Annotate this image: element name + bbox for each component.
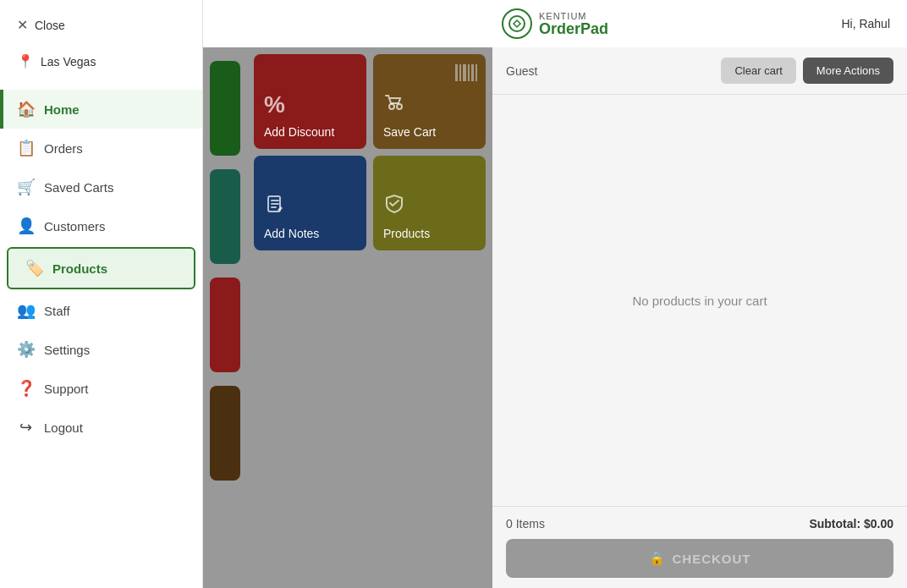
sidebar-item-home-label: Home [44, 102, 80, 117]
action-panel: % Add Discount Save Cart [247, 47, 492, 588]
location-display: 📍 Las Vegas [0, 47, 202, 83]
add-discount-label: Add Discount [264, 125, 356, 139]
sidebar-item-logout-label: Logout [44, 420, 83, 435]
customers-icon: 👤 [17, 217, 34, 235]
svg-rect-1 [455, 64, 458, 81]
logout-icon: ↪ [17, 418, 34, 437]
cart-summary: 0 Items Subtotal: $0.00 [506, 517, 893, 530]
svg-rect-4 [468, 64, 470, 81]
barcode-area [452, 58, 482, 91]
checkout-label: CHECKOUT [673, 552, 751, 566]
svg-rect-2 [459, 64, 461, 81]
add-notes-button[interactable]: Add Notes [254, 156, 366, 250]
sidebar-item-products[interactable]: 🏷️ Products [7, 247, 195, 289]
sidebar-item-support[interactable]: ❓ Support [0, 369, 202, 408]
sidebar-item-saved-carts[interactable]: 🛒 Saved Carts [0, 168, 202, 206]
home-icon: 🏠 [17, 100, 34, 118]
cart-footer: 0 Items Subtotal: $0.00 🔒 CHECKOUT [492, 506, 907, 588]
add-notes-icon [264, 193, 356, 220]
add-discount-button[interactable]: % Add Discount [254, 54, 366, 149]
cart-customer: Guest [506, 64, 537, 78]
content-area: % Add Discount Save Cart [203, 47, 907, 588]
logo-name: OrderPad [539, 21, 608, 36]
sidebar-item-support-label: Support [44, 382, 89, 396]
products-icon: 🏷️ [25, 259, 42, 278]
discount-icon: % [264, 91, 356, 118]
close-button[interactable]: ✕ Close [0, 0, 202, 47]
svg-point-8 [397, 104, 402, 109]
left-partial-panel [203, 47, 247, 588]
save-cart-label: Save Cart [383, 125, 475, 139]
logo-text-container: KENTIUM OrderPad [539, 11, 608, 36]
saved-carts-icon: 🛒 [17, 178, 34, 196]
svg-rect-3 [463, 64, 466, 81]
support-icon: ❓ [17, 379, 34, 398]
main-content: KENTIUM OrderPad Hi, Rahul [203, 0, 907, 588]
sidebar-item-customers-label: Customers [44, 219, 106, 234]
svg-rect-6 [475, 64, 477, 81]
sidebar-item-products-label: Products [52, 261, 107, 276]
close-label: Close [35, 19, 65, 32]
header-logo: KENTIUM OrderPad [502, 8, 608, 39]
products-action-label: Products [383, 227, 475, 240]
sidebar-item-staff[interactable]: 👥 Staff [0, 291, 202, 330]
products-action-icon [383, 193, 475, 220]
sidebar-item-saved-carts-label: Saved Carts [44, 180, 114, 195]
sidebar-item-orders-label: Orders [44, 141, 83, 156]
cart-panel: Guest Clear cart More Actions No product… [492, 47, 907, 588]
user-greeting: Hi, Rahul [841, 17, 890, 30]
sidebar-item-home[interactable]: 🏠 Home [0, 90, 202, 129]
header: KENTIUM OrderPad Hi, Rahul [203, 0, 907, 47]
location-icon: 📍 [17, 53, 34, 69]
svg-point-0 [509, 16, 525, 31]
clear-cart-button[interactable]: Clear cart [721, 58, 795, 84]
close-icon: ✕ [17, 17, 28, 33]
cart-items-count: 0 Items [506, 517, 545, 530]
sidebar-item-settings-label: Settings [44, 343, 90, 357]
checkout-button[interactable]: 🔒 CHECKOUT [506, 539, 893, 578]
sidebar-item-settings[interactable]: ⚙️ Settings [0, 330, 202, 369]
svg-point-7 [389, 104, 394, 109]
products-button[interactable]: Products [373, 156, 486, 250]
cart-header: Guest Clear cart More Actions [492, 47, 907, 95]
sidebar-item-logout[interactable]: ↪ Logout [0, 408, 202, 447]
save-cart-icon [383, 91, 475, 118]
add-notes-label: Add Notes [264, 227, 356, 240]
sidebar-nav: 🏠 Home 📋 Orders 🛒 Saved Carts 👤 Customer… [0, 83, 202, 588]
sidebar: ✕ Close 📍 Las Vegas 🏠 Home 📋 Orders 🛒 Sa… [0, 0, 203, 588]
logo-icon [502, 8, 532, 39]
cart-subtotal: Subtotal: $0.00 [809, 517, 893, 530]
lock-icon: 🔒 [649, 551, 666, 566]
svg-rect-5 [471, 64, 474, 81]
sidebar-item-customers[interactable]: 👤 Customers [0, 206, 202, 245]
staff-icon: 👥 [17, 301, 34, 320]
sidebar-item-orders[interactable]: 📋 Orders [0, 129, 202, 168]
more-actions-button[interactable]: More Actions [803, 58, 893, 84]
location-label: Las Vegas [41, 55, 96, 69]
cart-actions: Clear cart More Actions [721, 58, 893, 84]
sidebar-item-staff-label: Staff [44, 304, 70, 318]
orders-icon: 📋 [17, 139, 34, 157]
cart-empty-message: No products in your cart [492, 95, 907, 506]
settings-icon: ⚙️ [17, 340, 34, 359]
